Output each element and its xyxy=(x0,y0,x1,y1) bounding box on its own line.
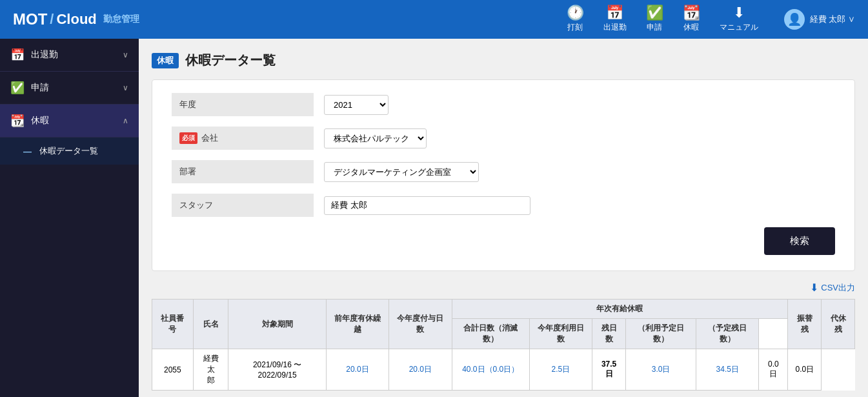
sidebar-申請-arrow: ∨ xyxy=(123,83,128,92)
th-employee-no: 社員番号 xyxy=(152,300,194,349)
table-cell: 0.0日 xyxy=(759,349,788,391)
download-icon: ⬇ xyxy=(733,6,745,20)
csv-export-link[interactable]: ⬇ CSV出力 xyxy=(810,281,855,294)
table-cell: 2.5日 xyxy=(529,349,592,391)
year-label-text: 年度 xyxy=(179,99,196,110)
logo: MOT/Cloud 勤怠管理 xyxy=(13,10,139,28)
clock-icon: 🕐 xyxy=(567,6,584,20)
th-period: 対象期間 xyxy=(228,300,326,349)
year-select[interactable]: 2021 2022 xyxy=(324,95,389,115)
sidebar-sub-menu: — 休暇データ一覧 xyxy=(0,137,139,165)
th-scheduled-remaining: （予定残日数） xyxy=(696,319,758,349)
form-row-department: 部署 デジタルマーケティング企画室 xyxy=(172,160,835,183)
table-cell: 0.0日 xyxy=(788,349,822,391)
table-cell: 2021/09/16 〜 2022/09/15 xyxy=(228,349,326,391)
table-cell: 34.5日 xyxy=(696,349,758,391)
company-control: 株式会社パルテック xyxy=(314,128,835,148)
staff-input[interactable] xyxy=(324,196,530,215)
search-panel: 年度 2021 2022 必須 会社 株式会社パルテック xyxy=(152,79,855,271)
page-title: 休暇データー覧 xyxy=(185,52,276,69)
data-table: 社員番号 氏名 対象期間 前年度有休繰越 今年度付与日数 年次有給休暇 振替残 … xyxy=(152,299,855,391)
th-this-year-days: 今年度付与日数 xyxy=(389,300,452,349)
year-control: 2021 2022 xyxy=(314,95,835,115)
page-badge: 休暇 xyxy=(152,53,179,68)
nav-出退勤[interactable]: 📅 出退勤 xyxy=(603,6,627,33)
sidebar-item-休暇[interactable]: 📆 休暇 ∧ xyxy=(0,105,139,137)
department-label-text: 部署 xyxy=(179,166,196,178)
logo-mot: MOT xyxy=(13,10,47,28)
nav-申請[interactable]: ✅ 申請 xyxy=(646,6,663,33)
th-group-nenkyu: 年次有給休暇 xyxy=(452,300,788,319)
th-daikyu: 代休残 xyxy=(822,300,855,349)
th-furikae: 振替残 xyxy=(788,300,822,349)
check-circle-icon: ✅ xyxy=(646,6,663,20)
nav-休暇-label: 休暇 xyxy=(683,22,699,33)
sidebar-calendar2-icon: 📆 xyxy=(10,114,25,128)
form-row-company: 必須 会社 株式会社パルテック xyxy=(172,127,835,150)
sidebar-item-申請[interactable]: ✅ 申請 ∨ xyxy=(0,72,139,105)
calendar-icon: 📅 xyxy=(606,6,623,20)
th-prev-carry: 前年度有休繰越 xyxy=(326,300,389,349)
table-cell: 3.0日 xyxy=(626,349,696,391)
th-used: 今年度利用日数 xyxy=(529,319,592,349)
table-cell: 40.0日（0.0日） xyxy=(452,349,529,391)
header-nav: 🕐 打刻 📅 出退勤 ✅ 申請 📆 休暇 ⬇ マニュアル xyxy=(567,6,758,33)
required-badge: 必須 xyxy=(179,132,197,144)
nav-マニュアル-label: マニュアル xyxy=(720,22,758,33)
nav-打刻[interactable]: 🕐 打刻 xyxy=(567,6,584,33)
sidebar-item-出退勤[interactable]: 📅 出退勤 ∨ xyxy=(0,39,139,72)
header: MOT/Cloud 勤怠管理 🕐 打刻 📅 出退勤 ✅ 申請 📆 休暇 ⬇ マニ… xyxy=(0,0,868,39)
company-label: 必須 会社 xyxy=(172,127,314,150)
sidebar-休暇データ一覧-label: 休暇データ一覧 xyxy=(39,145,98,157)
download2-icon: ⬇ xyxy=(810,281,818,294)
table-cell: 37.5日 xyxy=(592,349,625,391)
table-row: 2055経費 太 郎2021/09/16 〜 2022/09/1520.0日20… xyxy=(152,349,855,391)
company-select[interactable]: 株式会社パルテック xyxy=(324,128,427,148)
nav-申請-label: 申請 xyxy=(647,22,662,33)
form-row-staff: スタッフ xyxy=(172,194,835,217)
sidebar-item-休暇データ一覧[interactable]: — 休暇データ一覧 xyxy=(0,137,139,165)
page-header: 休暇 休暇データー覧 xyxy=(152,52,855,69)
th-name: 氏名 xyxy=(193,300,228,349)
form-row-year: 年度 2021 2022 xyxy=(172,93,835,116)
sidebar-check-icon: ✅ xyxy=(10,81,25,95)
user-menu[interactable]: 👤 経費 太郎 ∨ xyxy=(784,9,855,30)
department-control: デジタルマーケティング企画室 xyxy=(314,162,835,182)
sidebar: 📅 出退勤 ∨ ✅ 申請 ∨ 📆 休暇 ∧ — 休暇データ一覧 xyxy=(0,39,139,397)
logo-sub: 勤怠管理 xyxy=(103,14,139,25)
company-label-text: 会社 xyxy=(201,132,218,144)
sidebar-休暇-label: 休暇 xyxy=(31,115,116,127)
th-scheduled-use: （利用予定日数） xyxy=(626,319,696,349)
sidebar-休暇-arrow: ∧ xyxy=(123,116,128,125)
calendar2-icon: 📆 xyxy=(683,6,700,20)
table-cell: 20.0日 xyxy=(326,349,389,391)
nav-打刻-label: 打刻 xyxy=(567,22,583,33)
dash-icon: — xyxy=(23,147,32,156)
layout: 📅 出退勤 ∨ ✅ 申請 ∨ 📆 休暇 ∧ — 休暇データ一覧 休暇 休暇データ… xyxy=(0,39,868,397)
table-cell: 20.0日 xyxy=(389,349,452,391)
csv-label: CSV出力 xyxy=(821,282,855,294)
nav-マニュアル[interactable]: ⬇ マニュアル xyxy=(720,6,758,33)
table-cell: 2055 xyxy=(152,349,194,391)
department-label: 部署 xyxy=(172,160,314,183)
staff-label-text: スタッフ xyxy=(179,199,213,211)
th-total: 合計日数（消滅数） xyxy=(452,319,529,349)
sidebar-出退勤-arrow: ∨ xyxy=(123,50,128,59)
user-avatar-icon: 👤 xyxy=(784,9,805,30)
sidebar-calendar-icon: 📅 xyxy=(10,48,25,62)
year-label: 年度 xyxy=(172,93,314,116)
csv-row: ⬇ CSV出力 xyxy=(152,281,855,294)
logo-cloud: Cloud xyxy=(56,11,96,28)
sidebar-申請-label: 申請 xyxy=(31,82,116,94)
th-remaining: 残日数 xyxy=(592,319,625,349)
sidebar-出退勤-label: 出退勤 xyxy=(31,49,116,61)
staff-control xyxy=(314,196,835,215)
department-select[interactable]: デジタルマーケティング企画室 xyxy=(324,162,479,182)
logo-slash: / xyxy=(50,11,54,28)
nav-休暇[interactable]: 📆 休暇 xyxy=(683,6,700,33)
table-cell: 経費 太 郎 xyxy=(193,349,228,391)
nav-出退勤-label: 出退勤 xyxy=(603,22,627,33)
search-btn-row: 検索 xyxy=(172,227,835,255)
search-button[interactable]: 検索 xyxy=(764,227,835,255)
user-name: 経費 太郎 ∨ xyxy=(810,14,855,25)
